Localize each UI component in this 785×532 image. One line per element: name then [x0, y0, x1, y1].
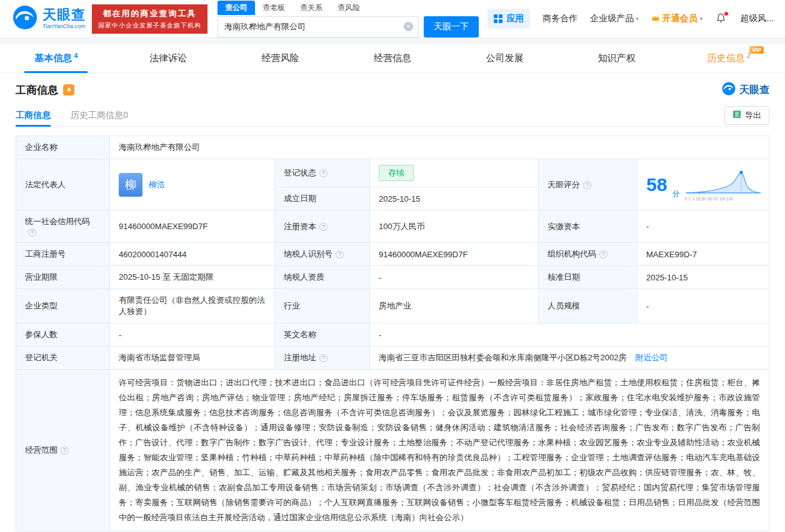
search-input[interactable] — [218, 17, 404, 37]
main-content: 工商信息 天眼查 工商信息 历史工商信息0 导出 企业名称 海南玖桦地产有限公司 — [0, 73, 785, 531]
help-icon[interactable]: ? — [28, 229, 36, 237]
chevron-down-icon: ▾ — [636, 16, 639, 22]
reg-capital-value: 100万人民币 — [370, 210, 539, 243]
score-cell[interactable]: 58 分 0 1 3 15 50 80 97 99 100 — [638, 159, 769, 210]
tab-operating-risk[interactable]: 经营风险 — [224, 44, 336, 72]
nav-super-risk[interactable]: 超级风... — [740, 13, 774, 24]
legal-rep-link[interactable]: 柳浩 — [149, 179, 165, 190]
tab-badge: 4 — [74, 52, 78, 59]
banner-line1: 都在用的商业查询工具 — [98, 8, 201, 19]
business-info-table: 企业名称 海南玖桦地产有限公司 法定代表人 柳 柳浩 登记状态? 存续 天眼评分… — [16, 135, 769, 531]
nearby-companies-link[interactable]: 附近公司 — [635, 353, 668, 362]
logo-domain: TianYanCha.com — [42, 24, 86, 29]
tab-label: 法律诉讼 — [149, 52, 187, 64]
help-icon[interactable]: ? — [319, 354, 328, 362]
help-icon[interactable]: ? — [61, 446, 69, 455]
legal-rep-avatar[interactable]: 柳 — [119, 173, 142, 197]
company-tabbar: 基本信息 4 法律诉讼 经营风险 经营信息 公司发展 知识产权 历史信息 2 V… — [0, 44, 785, 73]
export-excel-icon — [732, 110, 741, 121]
field-label: 企业名称 — [16, 136, 110, 159]
tab-label: 知识产权 — [598, 52, 636, 64]
score-value: 58 — [646, 175, 667, 194]
logo-name: 天眼查 — [42, 8, 86, 22]
table-row: 登记机关 海南省市场监督管理局 注册地址? 海南省三亚市吉阳区田独村委会颂和水库… — [16, 347, 769, 370]
tianyancha-logo[interactable]: 天眼查 TianYanCha.com — [12, 5, 86, 32]
nav-apps-label: 应用 — [506, 13, 524, 24]
taxpayer-id-value: 91460000MAEXE99D7F — [370, 243, 539, 266]
tianyancha-watermark-icon — [722, 82, 736, 98]
nav-enterprise-products[interactable]: 企业级产品 ▾ — [590, 13, 639, 24]
reg-address-cell: 海南省三亚市吉阳区田独村委会颂和水库南侧隆平小区D栋2号2002房 附近公司 — [370, 347, 769, 370]
company-name-value: 海南玖桦地产有限公司 — [110, 136, 769, 159]
field-label: 核准日期 — [539, 266, 638, 289]
field-label: 注册地址? — [275, 347, 370, 370]
search-box: × — [218, 16, 419, 37]
tab-label: 经营信息 — [374, 52, 411, 64]
reg-authority-value: 海南省市场监督管理局 — [110, 347, 275, 370]
nav-business-cooperation[interactable]: 商务合作 — [542, 13, 578, 24]
reg-address-value: 海南省三亚市吉阳区田独村委会颂和水库南侧隆平小区D栋2号2002房 — [379, 353, 627, 362]
paid-capital-value: - — [638, 210, 769, 243]
establish-date-value: 2025-10-15 — [370, 187, 539, 210]
export-label: 导出 — [745, 110, 761, 121]
tab-legal-proceedings[interactable]: 法律诉讼 — [112, 44, 224, 72]
subtab-history-business-info[interactable]: 历史工商信息0 — [71, 104, 128, 126]
tab-company-development[interactable]: 公司发展 — [449, 44, 561, 72]
clear-search-icon[interactable]: × — [404, 22, 413, 31]
subtabs: 工商信息 历史工商信息0 导出 — [16, 104, 769, 127]
table-row: 企业名称 海南玖桦地产有限公司 — [16, 136, 769, 159]
table-row: 经营范围? 许可经营项目：货物进出口；进出口代理；技术进出口；食品进出口（许可经… — [16, 370, 769, 531]
export-button[interactable]: 导出 — [724, 106, 769, 125]
search-tab-boss[interactable]: 查老板 — [255, 1, 292, 15]
watermark-text: 天眼查 — [739, 84, 769, 97]
search-tab-risk[interactable]: 查风险 — [330, 1, 368, 15]
nav-apps[interactable]: 应用 — [488, 9, 530, 29]
taxpayer-quality-value: - — [370, 266, 539, 289]
score-axis-ticks: 0 1 3 15 50 80 97 99 100 — [684, 197, 762, 201]
help-icon[interactable]: ? — [583, 181, 591, 189]
search-area: 查公司 查老板 查关系 查风险 × 天眼一下 — [218, 1, 479, 37]
tianyancha-logo-icon — [12, 5, 38, 32]
notification-bell-icon[interactable] — [715, 12, 728, 25]
header-divider — [0, 37, 785, 44]
tab-label: 历史信息 — [708, 52, 745, 64]
field-label: 组织机构代码? — [539, 243, 638, 266]
help-icon[interactable]: ? — [336, 250, 344, 259]
field-label: 行业 — [275, 289, 370, 323]
tab-business-info[interactable]: 经营信息 — [336, 44, 448, 72]
tab-intellectual-property[interactable]: 知识产权 — [561, 44, 672, 72]
reg-status-cell: 存续 — [370, 159, 539, 187]
nav-open-membership[interactable]: 开通会员 ▾ — [651, 13, 703, 24]
search-tab-company[interactable]: 查公司 — [218, 1, 255, 15]
company-type-value: 有限责任公司（非自然人投资或控股的法人独资） — [110, 289, 275, 323]
tab-label: 基本信息 — [34, 52, 72, 64]
table-row: 参保人数 - 英文名称 - — [16, 323, 769, 347]
subtab-business-info[interactable]: 工商信息 — [16, 104, 51, 126]
header-nav: 应用 商务合作 企业级产品 ▾ 开通会员 ▾ 超级风... — [488, 9, 774, 29]
score-chart: 0 1 3 15 50 80 97 99 100 — [684, 168, 762, 201]
section-title: 工商信息 — [16, 83, 58, 97]
banner-line2: 国家中小企业发展子基金旗下机构 — [98, 21, 201, 30]
credit-code-value: 91460000MAEXE99D7F — [110, 210, 275, 243]
search-button[interactable]: 天眼一下 — [424, 16, 479, 37]
business-scope-value: 许可经营项目：货物进出口；进出口代理；技术进出口；食品进出口（许可经营项目凭许可… — [110, 370, 769, 531]
field-label: 登记机关 — [16, 347, 110, 370]
help-icon[interactable]: ? — [319, 223, 328, 231]
tianyancha-watermark: 天眼查 — [722, 82, 769, 98]
search-tab-relation[interactable]: 查关系 — [292, 1, 330, 15]
nav-enterprise-label: 企业级产品 — [590, 13, 634, 24]
reg-number-value: 460200001407444 — [110, 243, 275, 266]
table-row: 统一社会信用代码? 91460000MAEXE99D7F 注册资本? 100万人… — [16, 210, 769, 243]
tab-history-info[interactable]: 历史信息 2 VIP — [673, 44, 785, 72]
tab-basic-info[interactable]: 基本信息 4 — [0, 44, 112, 72]
notification-dot — [724, 12, 728, 16]
help-icon[interactable]: ? — [599, 250, 608, 259]
table-row: 企业类型 有限责任公司（非自然人投资或控股的法人独资） 行业 房地产业 人员规模… — [16, 289, 769, 323]
field-label: 登记状态? — [275, 159, 370, 187]
field-label: 纳税人资质 — [275, 266, 370, 289]
chevron-down-icon: ▾ — [700, 16, 703, 22]
field-label: 英文名称 — [275, 323, 370, 347]
monitor-bell-icon[interactable] — [63, 84, 74, 96]
help-icon[interactable]: ? — [319, 169, 328, 177]
field-label: 成立日期 — [275, 187, 370, 210]
